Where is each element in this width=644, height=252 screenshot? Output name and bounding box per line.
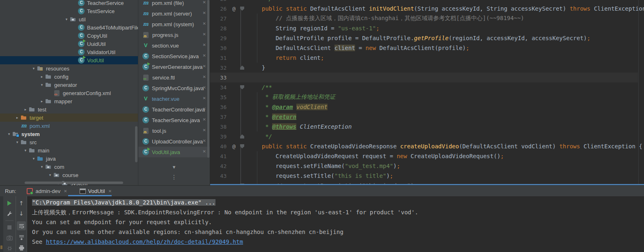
stop-icon[interactable] [5,223,14,232]
open-file-item[interactable]: JStool.js✕ [138,125,210,136]
chevron-down-icon[interactable]: ▾ [138,164,210,170]
code-line-40[interactable]: 40@ public static CreateUploadVideoRespo… [210,141,638,151]
code-editor[interactable]: 25 */26@ public static DefaultAcsClient … [210,0,644,185]
screenshot-icon[interactable] [5,233,14,242]
code-line-29[interactable]: 29 DefaultProfile profile = DefaultProfi… [210,33,638,43]
chevron-right-icon[interactable]: ▸ [39,73,45,81]
chevron-down-icon[interactable]: ▾ [30,154,37,163]
tree-item-teacherservice[interactable]: CTeacherService [0,0,138,7]
code-line-37[interactable]: 37 * @return [210,112,638,122]
open-file-item[interactable]: CUploadController.java✕ [138,136,210,147]
tree-item-test[interactable]: ▸test [0,105,138,114]
tree-item-base64tomultipartfile[interactable]: CBase64ToMultipartFile [0,23,138,32]
tree-item-java[interactable]: ▾java [0,154,138,163]
open-file-item[interactable]: JSprogress.js✕ [138,30,210,40]
soft-wrap-icon[interactable] [17,221,26,230]
tree-item-mapper[interactable]: ▸mapper [0,97,138,105]
tree-item-validatorutil[interactable]: CValidatorUtil [0,48,138,56]
code-line-27[interactable]: 27 // 点播服务接入区域，国内请填cn-shanghai，其他区域请参考文档… [210,14,638,23]
close-icon[interactable]: ✕ [64,189,67,193]
close-icon[interactable]: ✕ [203,96,206,100]
tree-item-copyutil[interactable]: CCopyUtil [0,32,138,40]
code-line-36[interactable]: 36 * @param vodClient [210,102,638,112]
code-line-42[interactable]: 42 request.setFileName("vod_test.mp4"); [210,161,638,171]
close-icon[interactable]: ✕ [203,53,206,58]
tree-item-pom.xml[interactable]: mpom.xml [0,122,138,130]
chevron-down-icon[interactable]: ▾ [6,130,12,138]
tree-item-testservice[interactable]: CTestService [0,7,138,15]
down-stack-icon[interactable]: ↓ [17,209,26,218]
open-file-item[interactable]: Vsection.vue✕ [138,40,210,51]
code-line-30[interactable]: 30 DefaultAcsClient client = new Default… [210,43,638,53]
print-icon[interactable] [17,243,26,252]
run-tab-admin-dev[interactable]: admin-dev ✕ [23,186,70,196]
scroll-to-end-icon[interactable] [17,233,26,242]
tree-item-course[interactable]: ▾course [0,171,138,179]
chevron-right-icon[interactable]: ▸ [22,105,29,114]
tree-item-generator[interactable]: ▾generator [0,81,138,89]
restore-layout-icon[interactable] [5,243,14,252]
tree-item-resources[interactable]: ▾resources [0,64,138,73]
tree-item-src[interactable]: ▾src [0,138,138,146]
chevron-down-icon[interactable]: ▾ [22,146,29,154]
tree-item-util[interactable]: ▾util [0,15,138,23]
close-icon[interactable]: ✕ [203,32,206,36]
open-file-item[interactable]: CSectionService.java✕ [138,51,210,61]
chevron-down-icon[interactable]: ▾ [14,138,21,146]
close-icon[interactable]: ✕ [203,21,206,26]
code-line-26[interactable]: 26@ public static DefaultAcsClient initV… [210,4,638,14]
tree-vertical-scrollbar[interactable] [135,126,138,162]
code-line-34[interactable]: 34 /** [210,82,638,92]
tree-item-vodutil[interactable]: CVodUtil [0,56,138,64]
close-icon[interactable]: ✕ [203,107,206,111]
open-file-item[interactable]: CVodUtil.java✕ [138,147,210,157]
code-line-31[interactable]: 31 return client; [210,53,638,63]
chevron-right-icon[interactable]: ▸ [14,114,21,122]
tree-horizontal-scrollbar[interactable] [25,182,123,184]
open-file-item[interactable]: Vteacher.vue✕ [138,93,210,104]
code-line-39[interactable]: 39 */ [210,132,638,141]
code-line-32[interactable]: 32 } [210,63,638,73]
run-console[interactable]: "C:\Program Files\Java\jdk1.8.0_221\bin\… [27,196,644,252]
tree-item-com[interactable]: ▾com [0,163,138,171]
chevron-down-icon[interactable]: ▾ [63,15,70,23]
close-icon[interactable]: ✕ [203,75,206,79]
open-file-item[interactable]: CTeacherService.java✕ [138,115,210,125]
close-icon[interactable]: ✕ [203,149,206,154]
open-file-item[interactable]: <>service.ftl✕ [138,72,210,83]
up-stack-icon[interactable]: ↑ [17,199,26,208]
close-icon[interactable]: ✕ [203,128,206,132]
close-icon[interactable]: ✕ [203,117,206,122]
open-file-item[interactable]: CTeacherController.java✕ [138,104,210,115]
close-icon[interactable]: ✕ [203,11,206,15]
files-scrollbar[interactable] [207,0,209,158]
console-link[interactable]: https://www.alibabacloud.com/help/zh/doc… [46,238,243,245]
tree-item-target[interactable]: ▸target [0,114,138,122]
close-icon[interactable]: ✕ [203,64,206,68]
code-line-33[interactable]: 33 [210,73,638,82]
chevron-down-icon[interactable]: ▾ [47,171,53,179]
code-line-43[interactable]: 43 request.setTitle("this is title"); [210,171,638,181]
tree-item-generatorconfig.xml[interactable]: <>generatorConfig.xml [0,89,138,97]
code-line-41[interactable]: 41 CreateUploadVideoRequest request = ne… [210,151,638,161]
chevron-right-icon[interactable]: ▸ [39,97,45,105]
open-file-item[interactable]: CServerGenerator.java✕ [138,61,210,72]
open-file-item[interactable]: CSpringMvcConfig.java✕ [138,83,210,93]
more-ellipsis-icon[interactable]: ⋮ [138,174,210,180]
rerun-icon[interactable] [5,199,14,208]
chevron-down-icon[interactable]: ▾ [39,81,45,89]
code-line-28[interactable]: 28 String regionId = "us-east-1"; [210,23,638,33]
open-file-item[interactable]: mpom.xml (server)✕ [138,8,210,19]
settings-wrench-icon[interactable] [5,209,14,218]
close-icon[interactable]: ✕ [203,0,206,5]
code-line-25[interactable]: 25 */ [210,0,638,4]
open-file-item[interactable]: mpom.xml (file)✕ [138,0,210,8]
close-icon[interactable]: ✕ [203,85,206,90]
code-line-38[interactable]: 38 * @throws ClientException [210,122,638,132]
tree-item-config[interactable]: ▸config [0,73,138,81]
close-icon[interactable]: ✕ [203,43,206,47]
code-line-35[interactable]: 35 * 获取视频上传地址和凭证 [210,92,638,102]
close-icon[interactable]: ✕ [108,189,112,193]
tree-item-system[interactable]: ▾system [0,130,138,138]
close-icon[interactable]: ✕ [203,138,206,143]
